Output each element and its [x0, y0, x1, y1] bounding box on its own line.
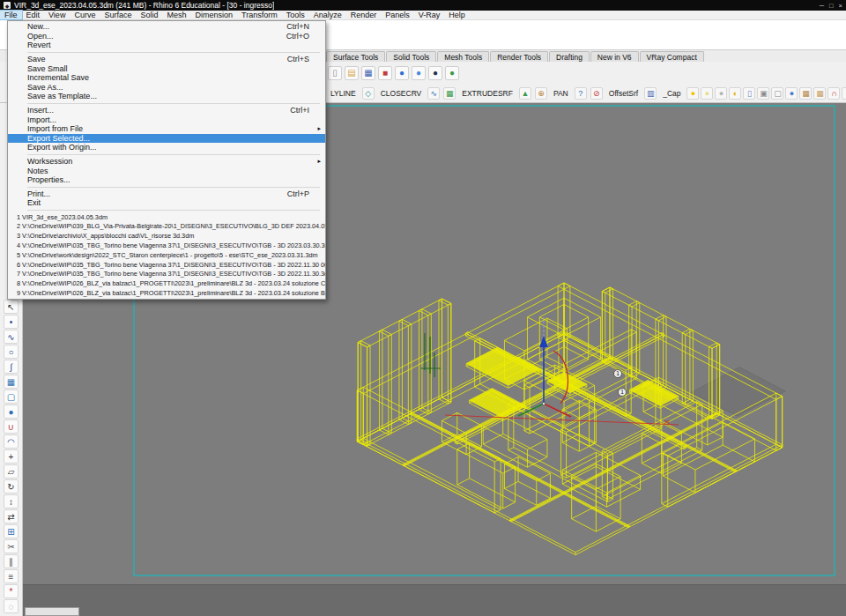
menu-help[interactable]: Help: [444, 11, 470, 19]
file-menu-item[interactable]: Export with Origin...: [8, 143, 325, 152]
file-menu-item[interactable]: SaveCtrl+S: [8, 55, 325, 64]
box-icon[interactable]: ▢: [4, 390, 19, 404]
cap-command[interactable]: _Cap: [660, 88, 683, 99]
file-menu-item[interactable]: Notes: [8, 166, 325, 175]
recent-file-item[interactable]: 6 V:\OneDrive\WIP\035_TBG_Torino bene Vi…: [8, 260, 325, 270]
menu-view[interactable]: View: [44, 11, 70, 19]
recent-file-item[interactable]: 2 V:\OneDrive\WIP\039_BLG_Via-Privata-Be…: [8, 221, 325, 231]
offsetsrf-command[interactable]: OffsetSrf: [606, 88, 641, 99]
move-icon[interactable]: +: [4, 449, 19, 464]
circle-icon[interactable]: ○: [4, 345, 19, 359]
file-menu-item[interactable]: Exit: [8, 198, 325, 208]
file-menu-item[interactable]: Revert: [8, 41, 325, 50]
bulbs-pair-icon[interactable]: ◐: [729, 87, 741, 100]
tab-drafting[interactable]: Drafting: [549, 51, 590, 62]
save-icon[interactable]: ▦: [361, 66, 375, 80]
curve-icon[interactable]: ∿: [427, 87, 440, 100]
recent-file-item[interactable]: 9 V:\OneDrive\WIP\026_BLZ_via balzac\1_P…: [8, 288, 325, 298]
tab-render-tools[interactable]: Render Tools: [490, 51, 548, 62]
rotate-icon[interactable]: ↻: [4, 479, 19, 494]
join-icon[interactable]: ≡: [4, 569, 19, 583]
polyline-command[interactable]: LYLINE: [328, 88, 359, 99]
fillet-icon[interactable]: ◠: [4, 434, 19, 449]
menu-analyze[interactable]: Analyze: [309, 11, 346, 19]
array-icon[interactable]: ⊞: [4, 524, 19, 538]
tab-mesh-tools[interactable]: Mesh Tools: [437, 51, 489, 62]
copy-icon[interactable]: ▱: [4, 464, 19, 479]
file-menu-item[interactable]: Incremental Save: [8, 73, 325, 83]
file-menu-item[interactable]: Worksession▸: [8, 157, 325, 167]
menu-surface[interactable]: Surface: [100, 11, 136, 19]
hide-icon[interactable]: ◌: [4, 599, 19, 613]
grid-icon[interactable]: #: [842, 87, 846, 100]
file-menu-item[interactable]: Save as Template...: [8, 92, 325, 101]
lock-icon[interactable]: ▣: [757, 87, 769, 100]
earth-icon[interactable]: ●: [395, 66, 409, 80]
explode-icon[interactable]: *: [4, 584, 19, 598]
pan-command[interactable]: PAN: [551, 88, 571, 99]
doc-icon[interactable]: ▯: [743, 87, 755, 100]
file-menu-item[interactable]: Save As...: [8, 83, 325, 93]
file-menu-item[interactable]: New...Ctrl+N: [8, 22, 325, 32]
gizmo-x-axis[interactable]: [544, 404, 571, 417]
minimize-button[interactable]: ─: [820, 2, 824, 10]
gizmo-z-arrow[interactable]: [539, 336, 548, 347]
crate2-icon[interactable]: ▦: [813, 87, 826, 100]
file-menu-item[interactable]: Insert...Ctrl+I: [8, 106, 325, 115]
bulb-on-icon[interactable]: ●: [686, 87, 699, 100]
tab-vray-compact[interactable]: VRay Compact: [640, 51, 704, 62]
crate-icon[interactable]: ▦: [799, 87, 812, 100]
menu-vray[interactable]: V-Ray: [414, 11, 445, 19]
recent-file-item[interactable]: 5 V:\OneDrive\work\design\2022_STC_Staro…: [8, 250, 325, 260]
green-sphere-icon[interactable]: ●: [445, 66, 459, 80]
recent-file-item[interactable]: 8 V:\OneDrive\WIP\026_BLZ_via balzac\1_P…: [8, 278, 325, 288]
diamond-icon[interactable]: ◇: [362, 87, 375, 100]
recent-file-item[interactable]: 4 V:\OneDrive\WIP\035_TBG_Torino bene Vi…: [8, 241, 325, 250]
file-menu-item[interactable]: Open...Ctrl+O: [8, 32, 325, 41]
trim-icon[interactable]: ✂: [4, 539, 19, 553]
file-menu-item[interactable]: Save Small: [8, 63, 325, 73]
unlock-icon[interactable]: ▢: [771, 87, 783, 100]
sphere-icon[interactable]: ●: [4, 404, 19, 419]
tab-surface-tools[interactable]: Surface Tools: [326, 51, 385, 62]
open-file-icon[interactable]: ▤: [345, 66, 359, 80]
red-cube-icon[interactable]: ■: [378, 66, 392, 80]
file-menu-item[interactable]: Print...Ctrl+P: [8, 189, 325, 199]
menu-transform[interactable]: Transform: [237, 11, 282, 19]
maximize-button[interactable]: □: [829, 2, 834, 10]
file-menu-item[interactable]: Properties...: [8, 175, 325, 185]
dark-sphere-icon[interactable]: ●: [428, 66, 442, 80]
menu-dimension[interactable]: Dimension: [190, 11, 237, 19]
question-icon[interactable]: ?: [575, 87, 587, 100]
viewport-tab[interactable]: [25, 607, 79, 616]
bulb-blue-icon[interactable]: ●: [785, 87, 798, 100]
boolean-union-icon[interactable]: ∪: [4, 419, 19, 434]
recent-file-item[interactable]: 7 V:\OneDrive\WIP\035_TBG_Torino bene Vi…: [8, 269, 325, 278]
new-file-icon[interactable]: ▯: [328, 66, 342, 80]
bulb-dim-icon[interactable]: ●: [701, 87, 713, 100]
gizmo-origin[interactable]: [542, 402, 545, 404]
file-menu-item[interactable]: Import from File▸: [8, 124, 325, 134]
surface-icon[interactable]: ▦: [443, 87, 456, 100]
menu-render[interactable]: Render: [346, 11, 382, 19]
surface-icon[interactable]: ▦: [4, 375, 19, 389]
file-menu-item[interactable]: Export Selected...: [8, 134, 325, 144]
mirror-icon[interactable]: ⇄: [4, 509, 19, 523]
menu-panels[interactable]: Panels: [381, 11, 414, 19]
recent-file-item[interactable]: 3 V:\OneDrive\archivio\X_apps\blocchi ca…: [8, 231, 325, 241]
no-entry-icon[interactable]: ⊘: [590, 87, 603, 100]
recent-file-item[interactable]: 1 VIR_3d_ese_2023.04.05.3dm: [8, 212, 325, 222]
menu-edit[interactable]: Edit: [22, 11, 45, 19]
split-icon[interactable]: ∥: [4, 554, 19, 568]
close-button[interactable]: ×: [839, 2, 842, 10]
bulb-off-icon[interactable]: ●: [715, 87, 727, 100]
cap-icon[interactable]: ▥: [644, 87, 657, 100]
curve-icon[interactable]: ∫: [4, 360, 19, 374]
earth2-icon[interactable]: ●: [412, 66, 426, 80]
tab-new-in-v6[interactable]: New in V6: [590, 51, 639, 62]
menu-curve[interactable]: Curve: [70, 11, 100, 19]
menu-solid[interactable]: Solid: [136, 11, 162, 19]
menu-file[interactable]: File: [0, 11, 22, 19]
magnet-icon[interactable]: ∩: [827, 87, 840, 100]
extrudesrf-command[interactable]: EXTRUDESRF: [459, 88, 516, 99]
